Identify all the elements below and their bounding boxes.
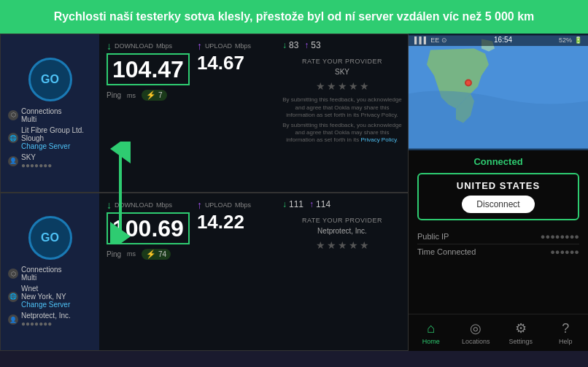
public-ip-value: ●●●●●●●● <box>541 232 579 241</box>
speeds-bottom: ↓ DOWNLOAD Mbps 100.69 ↑ <box>107 199 269 244</box>
vpn-country-box: UNITED STATES Disconnect <box>417 173 579 220</box>
wifi-icon: ⊙ <box>441 36 447 44</box>
isp-icon-top: 👤 <box>8 156 18 166</box>
header-text: Rychlosti naší testerky sotva klesly, př… <box>54 10 535 23</box>
upload-block-bottom: ↑ UPLOAD Mbps 14.22 <box>197 199 269 244</box>
disconnect-button[interactable]: Disconnect <box>462 196 534 213</box>
provider-icon-top: 🌐 <box>8 133 18 143</box>
ping-row-top: Ping ms ⚡ 7 <box>107 90 269 101</box>
upload-arrow-icon-bottom: ↑ <box>197 199 202 211</box>
provider-row-top: 🌐 Lit Fibre Group Ltd. Slough Change Ser… <box>8 126 92 150</box>
status-bar: ▌▌▌ EE ⊙ 16:54 52% 🔋 <box>409 34 588 46</box>
ping-badge-bottom: ⚡ 74 <box>142 249 171 260</box>
locations-icon: ◎ <box>470 320 481 336</box>
connected-label: Connected <box>409 150 588 170</box>
main-content: GO ⬡ Connections Multi 🌐 <box>0 34 588 351</box>
upload-arrow-icon-top: ↑ <box>197 40 202 52</box>
map-area: ▌▌▌ EE ⊙ 16:54 52% 🔋 <box>409 34 588 150</box>
home-icon: ⌂ <box>427 321 435 336</box>
ping-icon-bottom: ⚡ <box>146 250 156 259</box>
rate-section-bottom: RATE YOUR PROVIDER Netprotect, Inc. ★ ★ … <box>282 217 402 255</box>
page-header: Rychlosti naší testerky sotva klesly, př… <box>0 0 588 34</box>
upload-value-top: 14.67 <box>197 53 269 72</box>
provider-icon-bottom: 🌐 <box>8 292 18 302</box>
download-arrow-icon-bottom: ↓ <box>107 199 112 211</box>
connections-icon-bottom: ⬡ <box>8 269 18 279</box>
battery-icon: 🔋 <box>574 36 582 44</box>
speedtest-top-info: ⬡ Connections Multi 🌐 Lit Fibre Group Lt… <box>8 107 92 169</box>
download-value-bottom: 100.69 <box>107 212 190 244</box>
sub-up-icon-top: ↑ <box>304 40 309 50</box>
speedtest-top-left: GO ⬡ Connections Multi 🌐 <box>1 34 99 192</box>
sub-down-top: ↓ 83 <box>282 40 298 50</box>
network-type: EE <box>430 36 439 44</box>
isp-row-bottom: 👤 Netprotect, Inc. ●●●●●●● <box>8 312 92 328</box>
speedtest-top-right: ↓ 83 ↑ 53 RATE YOUR PROVIDER SKY ★ <box>276 34 408 192</box>
nav-help[interactable]: ? Help <box>543 314 589 351</box>
sub-up-icon-bottom: ↑ <box>309 199 314 209</box>
download-block-top: ↓ DOWNLOAD Mbps 104.47 <box>107 40 190 85</box>
download-value-top: 104.47 <box>107 53 190 85</box>
rate-section-top: RATE YOUR PROVIDER SKY ★ ★ ★ ★ ★ By subm… <box>282 58 402 144</box>
speedtest-bottom-right: ↓ 111 ↑ 114 RATE YOUR PROVIDER Netprotec… <box>276 193 408 351</box>
time-connected-value: ●●●●●● <box>550 247 579 256</box>
signal-icon: ▌▌▌ <box>414 36 428 44</box>
right-panel: ▌▌▌ EE ⊙ 16:54 52% 🔋 <box>409 34 588 351</box>
vpn-info-rows: Public IP ●●●●●●●● Time Connected ●●●●●● <box>409 223 588 265</box>
vpn-country-name: UNITED STATES <box>425 180 572 191</box>
sub-speeds-top: ↓ 83 ↑ 53 <box>282 40 402 50</box>
sub-down-icon-bottom: ↓ <box>282 199 287 209</box>
stars-top[interactable]: ★ ★ ★ ★ ★ <box>282 80 402 92</box>
sub-up-top: ↑ 53 <box>304 40 320 50</box>
sub-speeds-bottom: ↓ 111 ↑ 114 <box>282 199 402 209</box>
battery-level: 52% <box>559 36 572 44</box>
speedtest-bottom-info: ⬡ Connections Multi 🌐 Wnet New York, NY <box>8 266 92 328</box>
nav-settings[interactable]: ⚙ Settings <box>498 314 543 351</box>
speedtest-bottom-main: ↓ DOWNLOAD Mbps 100.69 ↑ <box>99 193 276 351</box>
ping-row-bottom: Ping ms ⚡ 74 <box>107 249 269 260</box>
speeds-top: ↓ DOWNLOAD Mbps 104.47 ↑ <box>107 40 269 85</box>
upload-block-top: ↑ UPLOAD Mbps 14.67 <box>197 40 269 85</box>
stars-bottom[interactable]: ★ ★ ★ ★ ★ <box>282 239 402 251</box>
speedtest-bottom: GO ⬡ Connections Multi 🌐 <box>0 193 409 352</box>
map-svg <box>409 34 588 150</box>
ping-icon-top: ⚡ <box>146 90 156 100</box>
speedtest-top-main: ↓ DOWNLOAD Mbps 104.47 ↑ <box>99 34 276 192</box>
isp-icon-bottom: 👤 <box>8 314 18 325</box>
nav-locations[interactable]: ◎ Locations <box>454 314 499 351</box>
speedtest-top: GO ⬡ Connections Multi 🌐 <box>0 34 409 193</box>
svg-point-6 <box>466 81 471 85</box>
public-ip-row: Public IP ●●●●●●●● <box>417 229 579 244</box>
sub-up-bottom: ↑ 114 <box>309 199 330 209</box>
download-arrow-icon-top: ↓ <box>107 40 112 52</box>
go-button-bottom[interactable]: GO <box>28 216 72 260</box>
connections-row-top: ⬡ Connections Multi <box>8 107 92 123</box>
connections-row-bottom: ⬡ Connections Multi <box>8 266 92 282</box>
time-display: 16:54 <box>494 36 512 44</box>
isp-row-top: 👤 SKY ●●●●●●● <box>8 153 92 169</box>
sub-down-icon-top: ↓ <box>282 40 287 50</box>
ping-badge-top: ⚡ 7 <box>142 90 167 101</box>
nav-home[interactable]: ⌂ Home <box>409 314 454 351</box>
settings-icon: ⚙ <box>515 320 527 336</box>
time-connected-row: Time Connected ●●●●●● <box>417 244 579 259</box>
bottom-nav: ⌂ Home ◎ Locations ⚙ Settings ? Help <box>409 314 588 351</box>
download-block-bottom: ↓ DOWNLOAD Mbps 100.69 <box>107 199 190 244</box>
left-panel: GO ⬡ Connections Multi 🌐 <box>0 34 409 351</box>
connections-icon-top: ⬡ <box>8 110 18 120</box>
sub-down-bottom: ↓ 111 <box>282 199 303 209</box>
provider-row-bottom: 🌐 Wnet New York, NY Change Server <box>8 285 92 309</box>
upload-value-bottom: 14.22 <box>197 212 269 231</box>
go-button-top[interactable]: GO <box>28 58 72 101</box>
help-icon: ? <box>562 321 569 336</box>
speedtest-bottom-left: GO ⬡ Connections Multi 🌐 <box>1 193 99 351</box>
